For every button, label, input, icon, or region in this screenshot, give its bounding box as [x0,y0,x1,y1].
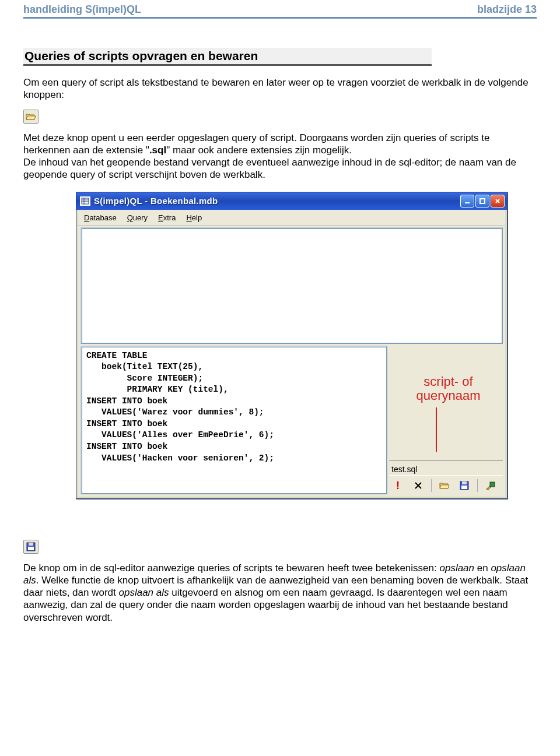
toolbar-separator [431,479,432,492]
toolbar-separator-2 [477,479,478,492]
menu-database[interactable]: Database [84,213,117,222]
menu-help[interactable]: Help [186,213,202,222]
save-icon[interactable] [456,478,473,493]
open-description: Met deze knop opent u een eerder opgesla… [23,132,537,181]
svg-text:!: ! [396,480,400,491]
svg-rect-13 [28,547,34,550]
page-header: handleiding S(impel)QL bladzijde 13 [23,0,537,17]
header-left: handleiding S(impel)QL [23,3,141,16]
open-folder-icon [23,110,38,124]
sql-editor[interactable]: CREATE TABLE boek(Titel TEXT(25), Score … [80,346,387,494]
svg-rect-12 [29,543,33,546]
svg-rect-0 [82,198,89,204]
save-description: De knop om in de sql-editor aanwezige qu… [23,562,537,624]
side-panel: script- of querynaam test.sql ! [389,346,503,494]
intro-paragraph: Om een query of script als tekstbestand … [23,76,537,101]
filename-label: test.sql [389,460,503,475]
callout-line [436,407,437,452]
svg-rect-10 [490,482,495,487]
app-window: S(impel)QL - Boekenbal.mdb Database Quer… [76,192,508,499]
titlebar: S(impel)QL - Boekenbal.mdb [76,192,507,210]
svg-rect-4 [465,202,470,203]
maximize-button[interactable] [475,195,489,208]
svg-rect-8 [462,481,467,484]
close-button[interactable] [491,195,505,208]
menubar-container: Database Query Extra Help CREATE TABLE b… [76,210,507,498]
editor-toolbar: ! [389,475,503,494]
menu-query[interactable]: Query [127,213,148,222]
minimize-button[interactable] [460,195,474,208]
menu-extra[interactable]: Extra [158,213,176,222]
client-area: CREATE TABLE boek(Titel TEXT(25), Score … [78,226,505,497]
header-rule [23,17,537,19]
cancel-icon[interactable] [410,478,426,493]
header-right: bladzijde 13 [477,3,537,16]
menubar: Database Query Extra Help [78,210,505,226]
window-controls [460,195,505,208]
side-spacer: script- of querynaam [389,346,503,460]
svg-rect-9 [461,486,467,489]
section-title: Queries of scripts opvragen en bewaren [23,48,432,66]
callout-label: script- of querynaam [394,375,503,403]
window-title: S(impel)QL - Boekenbal.mdb [94,196,460,206]
open-icon[interactable] [436,478,453,493]
design-icon[interactable] [482,478,499,493]
results-pane [80,227,503,344]
lower-area: CREATE TABLE boek(Titel TEXT(25), Score … [80,346,503,494]
svg-rect-5 [480,199,485,203]
save-floppy-icon [23,540,38,554]
execute-icon[interactable]: ! [390,478,407,493]
app-icon [80,196,90,206]
